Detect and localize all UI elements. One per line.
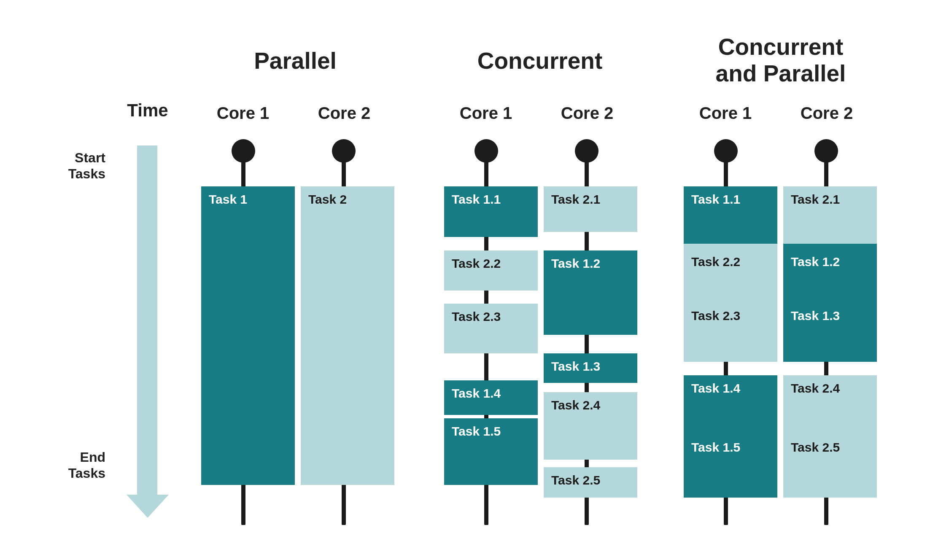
task-block: Task 1.4 (684, 375, 777, 434)
task-block: Task 2.2 (684, 244, 777, 303)
core-label: Core 2 (789, 104, 865, 123)
task-block: Task 1.3 (783, 303, 877, 362)
task-block: Task 2.2 (444, 250, 538, 291)
core-label: Core 1 (687, 104, 763, 123)
time-arrow-head-icon (127, 495, 169, 518)
task-block: Task 1.1 (444, 186, 538, 237)
end-tasks-label: End Tasks (38, 449, 105, 482)
section-title-parallel: Parallel (211, 47, 380, 74)
task-block: Task 1 (201, 186, 295, 485)
task-block: Task 1.1 (684, 186, 777, 244)
task-block: Task 1.5 (444, 418, 538, 485)
start-tasks-label: Start Tasks (38, 150, 105, 182)
task-block: Task 2.3 (684, 303, 777, 362)
section-title-concurrent-parallel: Concurrent and Parallel (682, 34, 880, 87)
task-block: Task 1.2 (544, 250, 637, 335)
core-label: Core 2 (549, 104, 625, 123)
task-block: Task 1.3 (544, 353, 637, 383)
timeline-dot-icon (474, 139, 498, 163)
timeline-dot-icon (814, 139, 838, 163)
time-arrow-body (137, 145, 157, 495)
task-block: Task 2.1 (544, 186, 637, 232)
task-block: Task 2.4 (783, 375, 877, 434)
task-block: Task 1.4 (444, 380, 538, 415)
timeline-dot-icon (332, 139, 356, 163)
timeline-dot-icon (714, 139, 738, 163)
task-block: Task 2.4 (544, 392, 637, 460)
time-label: Time (118, 100, 177, 121)
task-block: Task 1.2 (783, 244, 877, 303)
task-block: Task 2.1 (783, 186, 877, 244)
task-block: Task 2.5 (783, 434, 877, 498)
timeline-dot-icon (232, 139, 255, 163)
core-label: Core 1 (205, 104, 281, 123)
task-block: Task 2.3 (444, 304, 538, 353)
core-label: Core 2 (306, 104, 382, 123)
core-label: Core 1 (448, 104, 524, 123)
timeline-dot-icon (575, 139, 599, 163)
task-block: Task 2 (301, 186, 394, 485)
task-block: Task 1.5 (684, 434, 777, 498)
task-block: Task 2.5 (544, 467, 637, 498)
section-title-concurrent: Concurrent (451, 47, 628, 74)
